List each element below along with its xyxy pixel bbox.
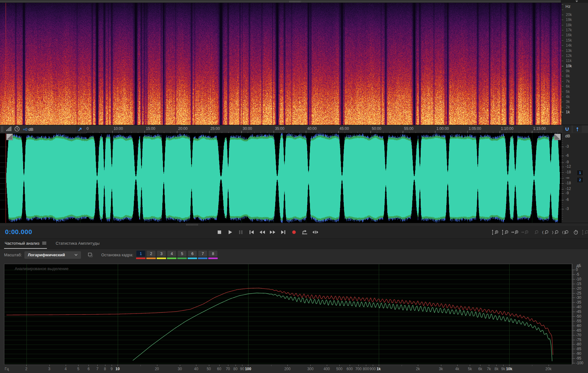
spectrogram-view[interactable] bbox=[0, 3, 561, 125]
plot-db-label: -35 bbox=[576, 300, 581, 304]
transport-skip-selection-button[interactable] bbox=[311, 228, 319, 236]
zoom-in-amplitude-button[interactable] bbox=[491, 228, 500, 236]
plot-db-tick bbox=[572, 307, 575, 307]
channel-2-badge[interactable]: 2 bbox=[577, 177, 583, 183]
zoom-full-button[interactable] bbox=[581, 228, 588, 236]
zoom-in-point-button[interactable]: { bbox=[541, 228, 550, 236]
divider-grip-icon[interactable] bbox=[186, 224, 198, 225]
hold-button-label[interactable]: 6 bbox=[188, 251, 197, 257]
freq-tick bbox=[236, 365, 236, 366]
spectrogram-scrollbar-track[interactable] bbox=[0, 0, 588, 3]
hz-tick-label: 16k bbox=[566, 33, 572, 37]
plot-db-tick bbox=[572, 308, 574, 308]
levels-icon[interactable] bbox=[6, 126, 11, 132]
plot-db-tick bbox=[572, 325, 574, 325]
snap-magnet-button[interactable] bbox=[563, 125, 571, 133]
goto-time-button[interactable] bbox=[76, 126, 84, 132]
clock-icon[interactable] bbox=[14, 126, 20, 133]
zoom-out-point-button[interactable]: } bbox=[551, 228, 560, 236]
plot-db-tick bbox=[572, 355, 574, 355]
transport-record-button[interactable] bbox=[290, 228, 298, 236]
gain-indicator[interactable]: +0dB bbox=[23, 127, 33, 132]
hold-color-bar bbox=[198, 258, 207, 259]
tab-frequency-analysis[interactable]: Частотный анализ bbox=[4, 238, 47, 249]
plot-db-tick bbox=[572, 327, 574, 327]
channel-1-badge[interactable]: 1 bbox=[577, 170, 583, 176]
selection-handle-right[interactable] bbox=[554, 134, 561, 140]
plot-db-tick bbox=[572, 305, 574, 305]
panel-menu-icon[interactable] bbox=[42, 241, 46, 246]
hold-button-8[interactable]: 8 bbox=[208, 251, 218, 259]
hz-tick-label: 4k bbox=[566, 95, 570, 99]
hz-tick bbox=[562, 81, 563, 82]
transport-fast-forward-button[interactable] bbox=[268, 228, 277, 236]
plot-db-tick bbox=[572, 349, 575, 349]
marker-button[interactable] bbox=[573, 125, 582, 133]
plot-db-tick bbox=[572, 350, 574, 350]
transport-stop-button[interactable] bbox=[215, 228, 224, 236]
playhead-line-spectrogram[interactable] bbox=[6, 3, 6, 125]
hold-button-7[interactable]: 7 bbox=[198, 251, 207, 259]
plot-db-tick bbox=[572, 291, 574, 292]
transport-rewind-button[interactable] bbox=[258, 228, 266, 236]
plot-db-tick bbox=[572, 356, 574, 357]
copy-frame-button[interactable] bbox=[88, 253, 93, 258]
timed-record-button[interactable] bbox=[571, 228, 580, 236]
hold-button-label[interactable]: 7 bbox=[198, 251, 207, 257]
frequency-plot-area[interactable] bbox=[4, 264, 572, 365]
waveform-view[interactable] bbox=[0, 133, 561, 223]
hold-button-label[interactable]: 1 bbox=[136, 251, 145, 257]
scale-dropdown[interactable]: Логарифмический bbox=[24, 251, 81, 259]
plot-db-tick bbox=[572, 277, 574, 278]
plot-db-tick bbox=[572, 302, 575, 303]
hold-button-1[interactable]: 1 bbox=[136, 251, 145, 259]
playhead-line-waveform[interactable] bbox=[6, 133, 6, 223]
panel-divider[interactable] bbox=[0, 223, 588, 226]
hold-button-3[interactable]: 3 bbox=[157, 251, 166, 259]
hold-button-label[interactable]: 2 bbox=[147, 251, 155, 257]
hold-color-bar bbox=[188, 258, 197, 259]
tab-amplitude-statistics[interactable]: Статистика Амплитуды bbox=[55, 238, 100, 249]
panel-grip-icon[interactable] bbox=[1, 126, 3, 132]
frequency-plot[interactable] bbox=[4, 264, 572, 365]
hz-tick bbox=[562, 45, 563, 46]
freq-minor-tick bbox=[271, 365, 271, 366]
zoom-out-time-button[interactable] bbox=[521, 228, 530, 236]
freq-tick-label: 5k bbox=[468, 367, 472, 371]
hold-button-4[interactable]: 4 bbox=[167, 251, 176, 259]
scrollbar-grip-icon[interactable] bbox=[289, 1, 301, 2]
freq-tick-label: 10k bbox=[506, 367, 512, 371]
zoom-reset-button[interactable] bbox=[531, 228, 540, 236]
freq-tick bbox=[418, 365, 418, 366]
spectrogram-scrollbar-thumb[interactable] bbox=[0, 0, 561, 3]
hold-button-label[interactable]: 8 bbox=[209, 251, 217, 257]
transport-skip-to-start-button[interactable] bbox=[247, 228, 256, 236]
panel-menu-triangle-icon[interactable] bbox=[575, 1, 578, 2]
plot-db-tick bbox=[572, 314, 574, 314]
transport-play-button[interactable] bbox=[226, 228, 234, 236]
zoom-in-time-button[interactable] bbox=[511, 228, 520, 236]
hold-button-label[interactable]: 3 bbox=[157, 251, 166, 257]
hold-button-label[interactable]: 5 bbox=[178, 251, 186, 257]
hold-button-5[interactable]: 5 bbox=[177, 251, 187, 259]
timeline-label: 1:00:00 bbox=[436, 126, 449, 131]
time-display[interactable]: 0:00.000 bbox=[5, 228, 32, 236]
plot-db-tick bbox=[572, 284, 575, 284]
hz-tick bbox=[562, 15, 563, 15]
hz-tick bbox=[562, 25, 563, 25]
hold-button-6[interactable]: 6 bbox=[188, 251, 197, 259]
zoom-selection-button[interactable]: {} bbox=[561, 228, 570, 236]
hold-button-2[interactable]: 2 bbox=[146, 251, 156, 259]
timeline-label: 35:00 bbox=[275, 126, 284, 131]
db-tick bbox=[562, 193, 564, 194]
hold-button-label[interactable]: 4 bbox=[167, 251, 176, 257]
transport-loop-playback-button[interactable] bbox=[300, 228, 309, 236]
timeline-tools-group bbox=[563, 125, 582, 133]
selection-handle-left[interactable] bbox=[6, 134, 13, 140]
freq-tick bbox=[489, 365, 489, 366]
zoom-out-amplitude-button[interactable] bbox=[501, 228, 510, 236]
plot-db-tick bbox=[572, 281, 574, 281]
transport-pause-button[interactable] bbox=[236, 228, 245, 236]
transport-skip-to-end-button[interactable] bbox=[279, 228, 287, 236]
plot-db-tick bbox=[572, 289, 575, 289]
